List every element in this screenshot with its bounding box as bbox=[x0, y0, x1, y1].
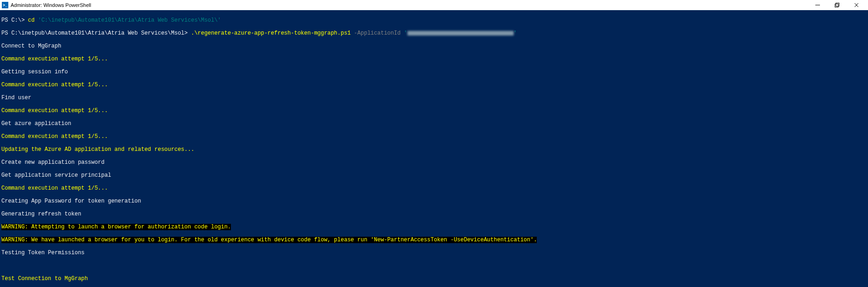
output-line: Create new application password bbox=[1, 159, 867, 166]
close-button[interactable] bbox=[847, 0, 866, 10]
output-line: Command execution attempt 1/5... bbox=[1, 56, 867, 62]
output-line: Updating the Azure AD application and re… bbox=[1, 146, 867, 153]
redacted-appid: xxxxxxxxxxxxxxxxxxxxxxxxxxxxxxxxxxxx bbox=[407, 31, 514, 36]
output-line: Find user bbox=[1, 95, 867, 101]
maximize-button[interactable] bbox=[827, 0, 847, 10]
output-line: Command execution attempt 1/5... bbox=[1, 185, 867, 191]
cmd-param: -ApplicationId bbox=[351, 30, 404, 36]
titlebar: >_ Administrator: Windows PowerShell bbox=[0, 0, 868, 10]
cmd-cd: cd bbox=[28, 17, 38, 24]
output-line: Command execution attempt 1/5... bbox=[1, 108, 867, 114]
window-title: Administrator: Windows PowerShell bbox=[11, 2, 91, 8]
svg-rect-0 bbox=[835, 4, 838, 7]
powershell-icon: >_ bbox=[2, 2, 8, 8]
prompt: PS C:\inetpub\Automate101\Atria\Atria We… bbox=[1, 30, 191, 36]
output-line: Get azure application bbox=[1, 120, 867, 127]
output-line: Generating refresh token bbox=[1, 211, 867, 217]
output-line: Creating App Password for token generati… bbox=[1, 198, 867, 204]
window-controls bbox=[808, 0, 866, 10]
warning-line: WARNING: We have launched a browser for … bbox=[1, 237, 537, 243]
output-line: Testing Token Permissions bbox=[1, 250, 867, 256]
output-line: Get application service principal bbox=[1, 172, 867, 179]
output-line: Command execution attempt 1/5... bbox=[1, 82, 867, 88]
terminal-output[interactable]: PS C:\> cd 'C:\inetpub\Automate101\Atria… bbox=[0, 10, 868, 287]
cmd-script: .\regenerate-azure-app-refresh-token-mgg… bbox=[191, 30, 351, 36]
cmd-path: 'C:\inetpub\Automate101\Atria\Atria Web … bbox=[38, 17, 221, 24]
svg-rect-1 bbox=[836, 3, 839, 6]
prompt: PS C:\> bbox=[1, 17, 28, 24]
output-line: Connect to MgGraph bbox=[1, 43, 867, 49]
output-line: Command execution attempt 1/5... bbox=[1, 133, 867, 140]
output-line: Test Connection to MgGraph bbox=[1, 275, 867, 282]
warning-line: WARNING: Attempting to launch a browser … bbox=[1, 224, 231, 230]
output-line: Getting session info bbox=[1, 69, 867, 75]
minimize-button[interactable] bbox=[808, 0, 827, 10]
